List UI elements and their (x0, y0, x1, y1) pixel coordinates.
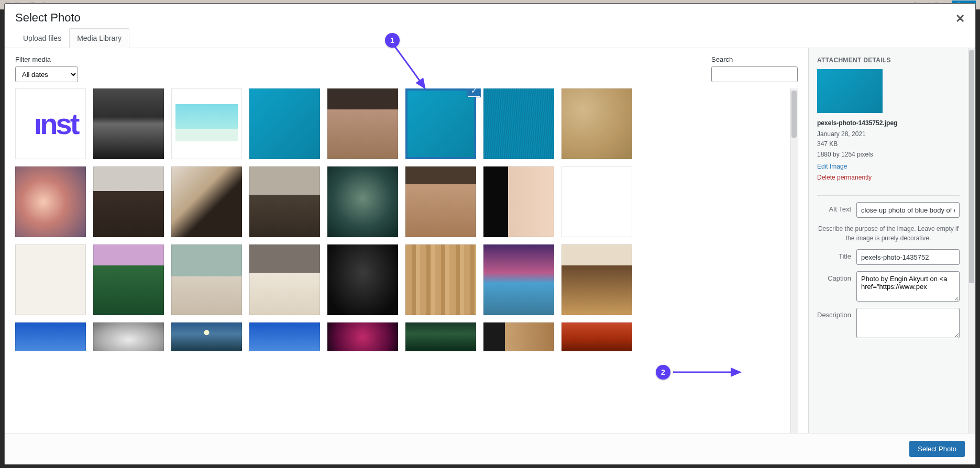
media-thumb[interactable] (249, 322, 320, 351)
edit-image-link[interactable]: Edit Image (817, 162, 960, 172)
modal-footer: Select Photo (5, 433, 975, 464)
media-thumb[interactable] (171, 322, 242, 351)
media-thumb[interactable]: ınst (15, 88, 86, 159)
media-thumb[interactable] (561, 322, 632, 351)
check-icon[interactable]: ✓ (468, 88, 480, 97)
media-thumb[interactable] (483, 322, 554, 351)
media-thumb[interactable] (405, 322, 476, 351)
description-input[interactable] (856, 308, 960, 338)
title-input[interactable] (856, 249, 960, 265)
description-label: Description (817, 308, 856, 319)
filter-media-label: Filter media (15, 55, 78, 63)
caption-input[interactable]: Photo by Engin Akyurt on <a href="https:… (856, 271, 960, 302)
media-thumb[interactable] (483, 88, 554, 159)
modal-tabs: Upload files Media Library (5, 28, 975, 48)
modal-header: Select Photo (5, 4, 975, 28)
filter-date-select[interactable]: All dates (15, 66, 78, 82)
tab-upload-files[interactable]: Upload files (15, 28, 69, 48)
media-thumb[interactable] (483, 166, 554, 237)
media-thumb[interactable] (327, 244, 398, 315)
media-thumb[interactable] (93, 322, 164, 351)
attachment-filesize: 347 KB (817, 139, 960, 149)
media-thumb-selected[interactable]: ✓ (405, 88, 476, 159)
media-thumb[interactable] (171, 88, 242, 159)
media-thumb[interactable] (405, 166, 476, 237)
media-thumb[interactable] (171, 166, 242, 237)
search-label: Search (711, 55, 798, 63)
attachment-details-heading: ATTACHMENT DETAILS (817, 57, 960, 64)
media-thumb[interactable] (93, 166, 164, 237)
media-thumb[interactable] (327, 88, 398, 159)
media-thumb[interactable] (561, 166, 632, 237)
attachment-date: January 28, 2021 (817, 129, 960, 139)
media-thumb[interactable] (249, 88, 320, 159)
modal-title: Select Photo (15, 11, 965, 25)
media-thumb[interactable] (15, 322, 86, 351)
gallery-scrollbar[interactable] (790, 88, 798, 433)
search-input[interactable] (711, 66, 798, 82)
attachment-preview (817, 69, 883, 113)
title-label: Title (817, 249, 856, 260)
alt-text-label: Alt Text (817, 202, 856, 213)
media-thumb[interactable] (249, 244, 320, 315)
alt-text-help: Describe the purpose of the image. Leave… (817, 224, 960, 243)
media-thumb[interactable] (249, 166, 320, 237)
attachment-dimensions: 1880 by 1254 pixels (817, 150, 960, 160)
media-modal: ✕ Select Photo Upload files Media Librar… (4, 3, 976, 465)
media-gallery: ınst ✓ (15, 88, 790, 433)
tab-media-library[interactable]: Media Library (69, 28, 129, 48)
media-thumb[interactable] (561, 88, 632, 159)
media-thumb[interactable] (15, 244, 86, 315)
select-photo-button[interactable]: Select Photo (909, 441, 965, 457)
attachment-details-pane: ATTACHMENT DETAILS pexels-photo-1435752.… (808, 48, 968, 433)
media-thumb[interactable] (327, 166, 398, 237)
alt-text-input[interactable] (856, 202, 960, 218)
media-thumb[interactable] (93, 244, 164, 315)
right-scrollbar[interactable] (968, 48, 975, 433)
delete-permanently-link[interactable]: Delete permanently (817, 173, 960, 183)
media-thumb[interactable] (15, 166, 86, 237)
attachment-filename: pexels-photo-1435752.jpeg (817, 118, 960, 128)
media-thumb[interactable] (561, 244, 632, 315)
caption-label: Caption (817, 271, 856, 282)
media-thumb[interactable] (171, 244, 242, 315)
media-thumb[interactable] (327, 322, 398, 351)
close-icon[interactable]: ✕ (955, 12, 965, 26)
media-thumb[interactable] (405, 244, 476, 315)
media-thumb[interactable] (93, 88, 164, 159)
media-thumb[interactable] (483, 244, 554, 315)
